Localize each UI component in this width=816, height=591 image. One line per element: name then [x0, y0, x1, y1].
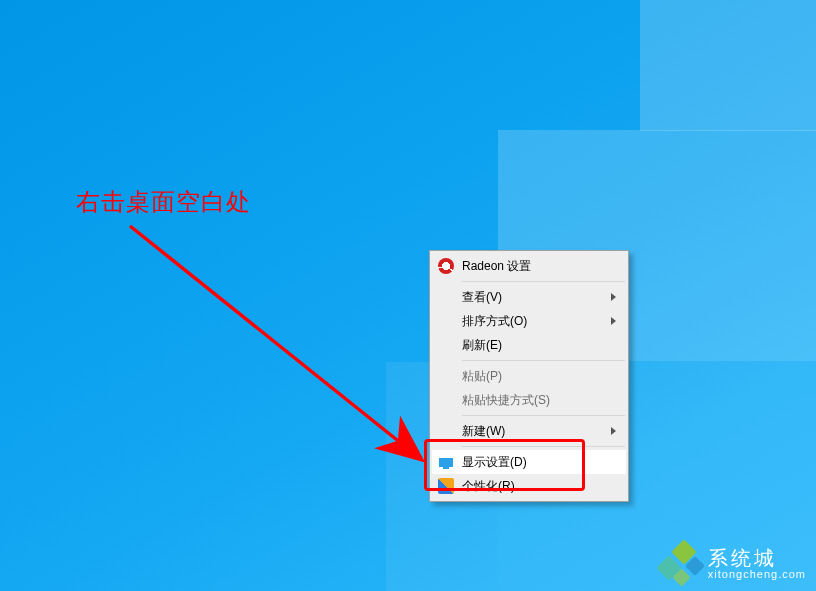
menu-item-radeon-settings[interactable]: Radeon 设置	[432, 254, 626, 278]
menu-item-paste-shortcut: 粘贴快捷方式(S)	[432, 388, 626, 412]
menu-item-view[interactable]: 查看(V)	[432, 285, 626, 309]
menu-item-refresh[interactable]: 刷新(E)	[432, 333, 626, 357]
menu-item-label: 新建(W)	[462, 423, 505, 440]
menu-separator	[462, 446, 625, 447]
menu-item-label: 查看(V)	[462, 289, 502, 306]
desktop[interactable]: Radeon 设置 查看(V) 排序方式(O) 刷新(E) 粘贴(P) 粘贴快捷…	[0, 0, 816, 591]
personalize-icon	[438, 478, 454, 494]
menu-item-label: 排序方式(O)	[462, 313, 527, 330]
watermark: 系统城 xitongcheng.com	[660, 543, 806, 585]
watermark-logo-icon	[660, 543, 702, 585]
menu-item-label: 个性化(R)	[462, 478, 515, 495]
watermark-text: 系统城 xitongcheng.com	[708, 548, 806, 581]
chevron-right-icon	[611, 427, 616, 435]
menu-item-label: 粘贴快捷方式(S)	[462, 392, 550, 409]
display-icon	[438, 454, 454, 470]
menu-item-display-settings[interactable]: 显示设置(D)	[432, 450, 626, 474]
radeon-icon	[438, 258, 454, 274]
desktop-context-menu: Radeon 设置 查看(V) 排序方式(O) 刷新(E) 粘贴(P) 粘贴快捷…	[429, 250, 629, 502]
menu-item-label: 刷新(E)	[462, 337, 502, 354]
svg-line-0	[130, 226, 417, 456]
watermark-url: xitongcheng.com	[708, 569, 806, 581]
menu-item-new[interactable]: 新建(W)	[432, 419, 626, 443]
menu-item-paste: 粘贴(P)	[432, 364, 626, 388]
menu-item-personalize[interactable]: 个性化(R)	[432, 474, 626, 498]
chevron-right-icon	[611, 293, 616, 301]
menu-item-label: 粘贴(P)	[462, 368, 502, 385]
annotation-label: 右击桌面空白处	[76, 186, 251, 218]
menu-item-sort-by[interactable]: 排序方式(O)	[432, 309, 626, 333]
menu-separator	[462, 360, 625, 361]
menu-separator	[462, 415, 625, 416]
chevron-right-icon	[611, 317, 616, 325]
menu-separator	[462, 281, 625, 282]
wallpaper-pane	[640, 0, 816, 131]
menu-item-label: 显示设置(D)	[462, 454, 527, 471]
menu-item-label: Radeon 设置	[462, 258, 531, 275]
watermark-title: 系统城	[708, 548, 806, 569]
